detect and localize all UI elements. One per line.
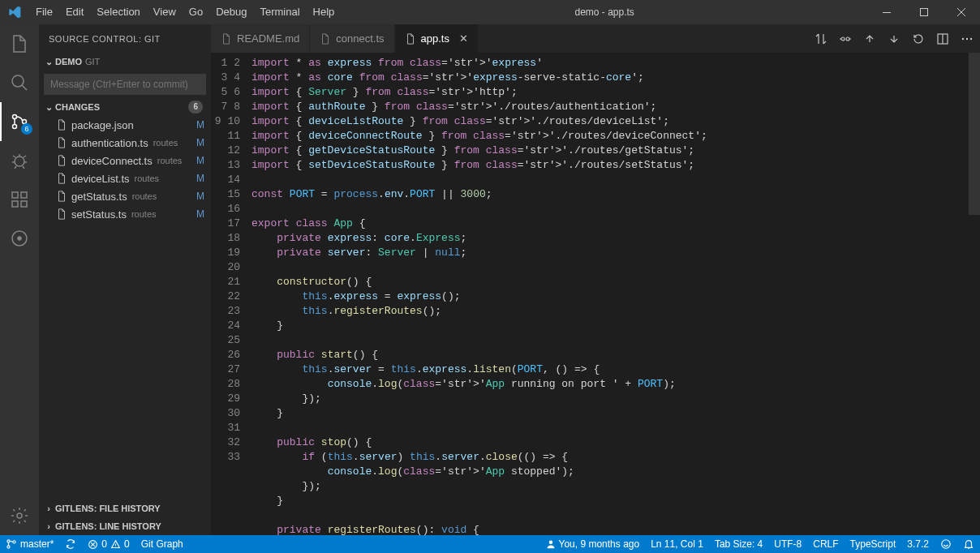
file-name: authentication.ts [71,137,148,149]
menu-selection[interactable]: Selection [90,0,146,24]
menu-bar: File Edit Selection View Go Debug Termin… [29,0,341,24]
status-eol[interactable]: CRLF [807,535,844,553]
activity-search[interactable] [0,63,39,102]
activity-bar: 6 [0,24,39,535]
tab-label: app.ts [421,32,449,45]
file-status: M [196,155,204,166]
minimize-button[interactable] [868,0,905,24]
menu-edit[interactable]: Edit [59,0,90,24]
changed-file-row[interactable]: package.jsonM [39,116,211,134]
svg-point-25 [942,540,951,549]
svg-point-24 [548,541,552,545]
svg-point-15 [846,37,849,41]
file-icon [55,119,68,131]
file-dir: routes [135,174,160,183]
menu-debug[interactable]: Debug [209,0,253,24]
maximize-button[interactable] [905,0,943,24]
repo-provider: GIT [85,57,100,66]
next-change-icon[interactable] [888,32,900,45]
svg-rect-1 [921,9,928,16]
changed-file-row[interactable]: deviceList.tsroutesM [39,169,211,187]
split-editor-icon[interactable] [936,32,949,45]
changed-file-row[interactable]: authentication.tsroutesM [39,134,211,152]
changed-file-row[interactable]: getStatus.tsroutesM [39,187,211,205]
status-blame[interactable]: You, 9 months ago [540,535,646,553]
file-status: M [196,191,204,202]
svg-point-14 [841,37,845,41]
status-feedback-icon[interactable] [935,535,957,553]
svg-rect-9 [21,201,27,207]
compare-icon[interactable] [815,32,827,45]
prev-change-icon[interactable] [863,32,876,45]
menu-view[interactable]: View [147,0,183,24]
menu-terminal[interactable]: Terminal [253,0,306,24]
activity-gitlens[interactable] [0,219,39,258]
commit-message-input[interactable] [44,74,206,95]
status-git-graph[interactable]: Git Graph [135,535,189,553]
changes-header[interactable]: ⌄ CHANGES 6 [39,98,211,116]
settings-gear-icon[interactable] [0,496,39,535]
file-status: M [196,119,204,131]
file-icon [320,33,331,45]
more-actions-icon[interactable] [961,32,974,45]
repo-header[interactable]: ⌄ DEMO GIT [39,53,211,71]
svg-rect-8 [12,201,18,207]
gitlens-file-history[interactable]: › GITLENS: FILE HISTORY [39,499,211,517]
line-numbers: 1 2 3 4 5 6 7 8 9 10 11 12 13 14 15 16 1… [211,53,251,535]
changes-file-list: package.jsonMauthentication.tsroutesMdev… [39,116,211,223]
file-status: M [196,137,204,148]
editor-tab[interactable]: connect.ts [310,24,394,53]
svg-point-6 [15,156,24,166]
chevron-down-icon: ⌄ [42,57,55,67]
file-name: setStatus.ts [71,208,127,221]
status-problems[interactable]: 0 0 [82,535,135,553]
close-button[interactable] [943,0,980,24]
editor-tabs: README.mdconnect.tsapp.ts✕ [211,24,980,53]
changed-file-row[interactable]: setStatus.tsroutesM [39,205,211,223]
code-content[interactable]: import * as express from class='str'>'ex… [251,53,980,535]
editor-body[interactable]: 1 2 3 4 5 6 7 8 9 10 11 12 13 14 15 16 1… [211,53,980,535]
gitlens-line-history[interactable]: › GITLENS: LINE HISTORY [39,517,211,535]
svg-rect-10 [21,192,27,198]
scm-badge: 6 [21,123,32,135]
file-dir: routes [131,209,157,219]
file-status: M [196,173,204,184]
status-branch[interactable]: master* [0,535,59,553]
svg-point-21 [7,546,10,548]
activity-explorer[interactable] [0,24,39,63]
main-area: 6 SOURCE CONTROL: GIT ⌄ DEMO GIT [0,24,980,535]
menu-help[interactable]: Help [307,0,342,24]
revert-icon[interactable] [912,32,925,45]
editor-tab[interactable]: app.ts✕ [395,24,479,53]
activity-debug[interactable] [0,141,39,180]
status-sync[interactable] [59,535,82,553]
file-dir: routes [157,156,183,165]
svg-point-17 [962,37,964,39]
changed-file-row[interactable]: deviceConnect.tsroutesM [39,152,211,169]
menu-go[interactable]: Go [183,0,209,24]
editor-actions [815,24,980,53]
status-encoding[interactable]: UTF-8 [768,535,807,553]
status-language[interactable]: TypeScript [845,535,902,553]
status-tab-size[interactable]: Tab Size: 4 [709,535,768,553]
menu-file[interactable]: File [29,0,59,24]
activity-source-control[interactable]: 6 [0,102,39,141]
open-changes-icon[interactable] [839,32,852,45]
vscode-logo-icon [0,6,29,19]
file-icon [55,155,68,166]
file-dir: routes [153,138,178,148]
editor-tab[interactable]: README.md [211,24,310,53]
file-icon [405,33,416,45]
file-name: deviceList.ts [71,173,130,185]
scrollbar-thumb[interactable] [969,53,980,215]
status-cursor-position[interactable]: Ln 11, Col 1 [645,535,709,553]
activity-extensions[interactable] [0,180,39,219]
vertical-scrollbar[interactable] [969,53,980,535]
chevron-right-icon: › [42,504,55,513]
sidebar-title: SOURCE CONTROL: GIT [39,24,211,53]
titlebar: File Edit Selection View Go Debug Termin… [0,0,980,24]
status-ts-version[interactable]: 3.7.2 [901,535,935,553]
close-tab-icon[interactable]: ✕ [459,32,468,45]
file-icon [55,191,68,202]
status-notifications-icon[interactable] [957,535,980,553]
